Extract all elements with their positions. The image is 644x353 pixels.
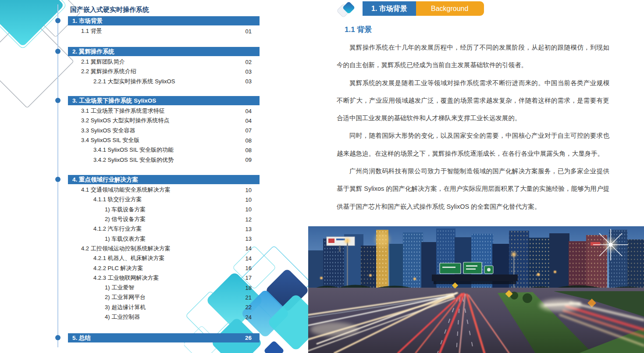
toc-item-page: 18 [246, 285, 252, 291]
toc-item-label: 2) 信号设备方案 [105, 215, 246, 223]
toc-item-page: 14 [246, 245, 252, 252]
toc-item-page: 14 [246, 255, 252, 262]
toc-item[interactable]: 1.1 背景01 [68, 26, 260, 36]
toc-item-label: 3.1 工业场景下操作系统需求特征 [81, 107, 246, 115]
toc-item-label: 4.2.2 PLC 解决方案 [93, 264, 246, 272]
toc-item-label: 4.1 交通领域功能安全系统解决方案 [81, 186, 246, 194]
toc-item[interactable]: 4) 工业控制器24 [68, 312, 260, 322]
toc-item-page: 17 [246, 275, 252, 281]
toc-item[interactable]: 1) 工业爱智18 [68, 283, 260, 292]
toc-item[interactable]: 3) 超边缘计算机22 [68, 303, 260, 312]
toc-item-page: 09 [246, 157, 252, 163]
toc-item-page: 02 [246, 59, 252, 65]
toc-section: 2. 翼辉操作系统2.1 翼辉团队简介022.2 翼辉操作系统介绍032.2.1… [68, 47, 260, 86]
body-paragraph: 翼辉操作系统在十几年的发展历程中，经历了不同的发展阶段，从起初的跟随模仿，到现如… [337, 39, 609, 74]
toc-section-label: 2. 翼辉操作系统 [72, 47, 114, 56]
toc-item-page: 03 [246, 78, 252, 85]
toc-item[interactable]: 4.1 交通领域功能安全系统解决方案10 [68, 185, 260, 195]
toc-section: 1. 市场背景1.1 背景01 [68, 16, 260, 36]
toc-item-label: 3.2 SylixOS 大型实时操作系统特点 [81, 117, 246, 125]
toc-item-page: 12 [246, 216, 252, 223]
toc-item-page: 03 [246, 68, 252, 75]
toc-item[interactable]: 2.1 翼辉团队简介02 [68, 57, 260, 67]
toc-item-page: 10 [246, 187, 252, 193]
toc-item-label: 2.2.1 大型实时操作系统 SylixOS [93, 78, 246, 86]
toc-item-label: 2.1 翼辉团队简介 [81, 58, 246, 66]
toc-item[interactable]: 3.2 SylixOS 大型实时操作系统特点04 [68, 116, 260, 125]
timeline-dot [55, 18, 60, 23]
toc-item[interactable]: 4.1.2 汽车行业方案13 [68, 224, 260, 234]
toc-item-page: 10 [246, 196, 252, 203]
toc-item[interactable]: 4.2.3 工业物联网解决方案17 [68, 273, 260, 283]
toc-item-label: 1) 车载设备方案 [105, 206, 246, 214]
toc-item-label: 4) 工业控制器 [105, 313, 246, 321]
subsection-heading: 1.1 背景 [345, 25, 372, 35]
toc-section-label: 4. 重点领域行业解决方案 [72, 175, 138, 184]
toc-section-page: 26 [245, 333, 252, 342]
toc-section-header[interactable]: 4. 重点领域行业解决方案 [68, 175, 260, 184]
body-text: 翼辉操作系统在十几年的发展历程中，经历了不同的发展阶段，从起初的跟随模仿，到现如… [337, 39, 609, 215]
toc-item-page: 16 [246, 265, 252, 271]
toc-item-label: 2) 工业算网平台 [105, 293, 246, 301]
body-paragraph: 翼辉系统的发展是随着工业等领域对操作系统需求不断衍进而来的。中国当前各类产业规模… [337, 74, 609, 127]
toc-section: 4. 重点领域行业解决方案4.1 交通领域功能安全系统解决方案104.1.1 轨… [68, 175, 260, 322]
section-subtitle-badge: Background [415, 1, 484, 16]
toc-item-label: 3) 超边缘计算机 [105, 303, 246, 311]
toc-item-label: 3.4.2 SylixOS SIL 安全版的优势 [93, 156, 246, 164]
document-title: 国产嵌入式硬实时操作系统 [70, 6, 149, 14]
toc-item-page: 08 [246, 137, 252, 144]
toc-item[interactable]: 4.1.1 轨交行业方案10 [68, 195, 260, 204]
night-highway-photo [308, 226, 644, 353]
toc-item-label: 2.2 翼辉操作系统介绍 [81, 68, 246, 75]
toc-item[interactable]: 4.2.1 机器人、机床解决方案14 [68, 253, 260, 263]
timeline-dot [55, 49, 60, 54]
toc-item-page: 04 [246, 108, 252, 114]
toc-item[interactable]: 3.4 SylixOS SIL 安全版08 [68, 135, 260, 145]
toc-item[interactable]: 1) 车载仪表方案13 [68, 234, 260, 243]
toc-item-label: 3.4 SylixOS SIL 安全版 [81, 136, 246, 144]
toc-item[interactable]: 3.3 SylixOS 安全容器07 [68, 126, 260, 135]
toc-item-page: 13 [246, 235, 252, 242]
toc-section-label: 3. 工业场景下操作系统 SylixOS [72, 96, 156, 105]
toc-section-label: 5. 总结 [72, 333, 91, 342]
body-paragraph: 广州尚润数码科技有限公司致力于智能制造领域的国产化解决方案服务，已为多家企业提供… [337, 162, 609, 215]
toc-item[interactable]: 2.2.1 大型实时操作系统 SylixOS03 [68, 77, 260, 86]
section-title-badge: 1. 市场背景 [363, 1, 416, 16]
toc-item[interactable]: 2) 信号设备方案12 [68, 214, 260, 224]
toc-item-label: 1) 工业爱智 [105, 284, 246, 292]
toc-section-header[interactable]: 5. 总结26 [68, 333, 260, 342]
toc-item[interactable]: 3.1 工业场景下操作系统需求特征04 [68, 106, 260, 116]
toc-item-label: 4.2 工控领域运动控制系统解决方案 [81, 245, 246, 253]
toc-item-page: 04 [246, 118, 252, 124]
toc-section: 3. 工业场景下操作系统 SylixOS3.1 工业场景下操作系统需求特征043… [68, 96, 260, 165]
toc-item[interactable]: 4.2 工控领域运动控制系统解决方案14 [68, 244, 260, 253]
toc-item-page: 13 [246, 226, 252, 232]
toc-section: 5. 总结26 [68, 333, 260, 343]
toc-item[interactable]: 2.2 翼辉操作系统介绍03 [68, 67, 260, 76]
toc-item[interactable]: 3.4.2 SylixOS SIL 安全版的优势09 [68, 155, 260, 164]
toc-item[interactable]: 2) 工业算网平台21 [68, 292, 260, 302]
toc-item-label: 4.2.1 机器人、机床解决方案 [93, 254, 246, 262]
toc-item[interactable]: 4.2.2 PLC 解决方案16 [68, 263, 260, 273]
toc-item-page: 22 [246, 304, 252, 310]
toc-section-header[interactable]: 2. 翼辉操作系统 [68, 47, 260, 56]
toc-item[interactable]: 1) 车载设备方案10 [68, 205, 260, 214]
document-spread: 国产嵌入式硬实时操作系统 1. 市场背景1.1 背景012. 翼辉操作系统2.1… [0, 0, 644, 353]
toc-item-page: 10 [246, 206, 252, 213]
toc-item-label: 3.4.1 SylixOS SIL 安全版的功能 [93, 146, 246, 154]
toc-item-label: 4.1.2 汽车行业方案 [93, 225, 246, 233]
diamond-logo-icon [338, 2, 359, 17]
toc-section-header[interactable]: 1. 市场背景 [68, 16, 260, 25]
body-paragraph: 同时，随着国际大形势的变化，以及国家安全的需要，中国核心产业对于自主可控的要求也… [337, 127, 609, 162]
toc-section-label: 1. 市场背景 [72, 16, 103, 25]
toc-section-header[interactable]: 3. 工业场景下操作系统 SylixOS [68, 96, 260, 105]
toc-item-label: 1.1 背景 [81, 27, 246, 35]
timeline-dot [55, 177, 60, 182]
toc-item-label: 1) 车载仪表方案 [105, 235, 246, 243]
toc-item-label: 4.1.1 轨交行业方案 [93, 196, 246, 203]
timeline-dot [55, 98, 60, 103]
toc-item-page: 01 [246, 28, 252, 35]
toc-item[interactable]: 3.4.1 SylixOS SIL 安全版的功能08 [68, 145, 260, 155]
toc-item-page: 21 [246, 294, 252, 301]
toc-item-page: 24 [246, 314, 252, 321]
